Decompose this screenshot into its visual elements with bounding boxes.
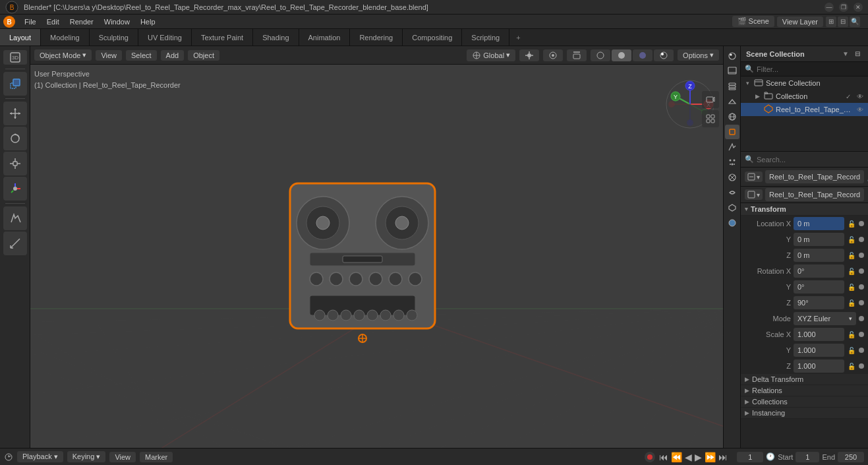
render-props-button[interactable] <box>725 49 739 63</box>
select-box-tool[interactable] <box>3 72 27 96</box>
rotation-x-value[interactable]: 0° <box>794 264 844 278</box>
solid-button[interactable] <box>612 49 631 61</box>
tab-layout[interactable]: Layout <box>0 29 41 46</box>
tab-uv-editing[interactable]: UV Editing <box>138 29 192 46</box>
rotation-z-lock-icon[interactable]: 🔓 <box>847 298 856 307</box>
scale-tool[interactable] <box>3 152 27 175</box>
playback-menu-button[interactable]: Playback ▾ <box>17 451 63 462</box>
rotate-tool[interactable] <box>3 127 27 150</box>
view-menu-button[interactable]: View <box>96 50 122 61</box>
output-props-button[interactable] <box>725 64 739 78</box>
scale-x-value[interactable]: 1.000 <box>794 328 844 341</box>
scale-z-value[interactable]: 1.000 <box>794 359 844 373</box>
tab-compositing[interactable]: Compositing <box>403 29 462 46</box>
record-button[interactable] <box>645 452 655 462</box>
scene-selector[interactable]: 🎬 Scene <box>732 16 774 27</box>
transform-tool[interactable] <box>3 177 27 201</box>
transform-header[interactable]: ▾ Transform <box>741 203 868 216</box>
scale-y-value[interactable]: 1.000 <box>794 344 844 357</box>
rotation-y-value[interactable]: 0° <box>794 280 844 294</box>
close-button[interactable]: ✕ <box>854 3 863 12</box>
tab-rendering[interactable]: Rendering <box>350 29 403 46</box>
outliner-toggle-icon[interactable]: ⊟ <box>852 49 863 59</box>
overlay-button[interactable] <box>567 49 587 61</box>
material-preview-button[interactable] <box>633 49 652 61</box>
particles-props-button[interactable] <box>725 155 739 170</box>
mode-value[interactable]: XYZ Euler ▾ <box>794 312 856 325</box>
snap-button[interactable] <box>519 49 539 61</box>
collections-header[interactable]: ▶ Collections <box>741 396 868 408</box>
start-frame-input[interactable]: 1 <box>796 452 819 462</box>
tab-modeling[interactable]: Modeling <box>41 29 90 46</box>
object-data-props-button[interactable] <box>725 201 739 215</box>
object-data-name-input[interactable] <box>765 188 864 201</box>
proportional-edit-button[interactable] <box>543 49 563 61</box>
rotation-z-value[interactable]: 90° <box>794 296 844 309</box>
menu-help[interactable]: Help <box>136 16 160 27</box>
object-mode-button[interactable]: Object Mode ▾ <box>34 49 92 61</box>
add-menu-button[interactable]: Add <box>161 50 185 61</box>
location-y-lock-icon[interactable]: 🔓 <box>847 235 856 244</box>
relations-header[interactable]: ▶ Relations <box>741 385 868 396</box>
move-tool[interactable] <box>3 102 27 125</box>
play-reverse-button[interactable]: ◀ <box>685 452 692 462</box>
tab-scripting[interactable]: Scripting <box>462 29 509 46</box>
view-menu-button-tl[interactable]: View <box>109 452 136 462</box>
collection-visibility-button[interactable]: ✓ <box>843 91 854 102</box>
step-back-button[interactable]: ⏪ <box>671 452 682 462</box>
view-layer-selector[interactable]: View Layer <box>777 16 823 27</box>
tab-shading[interactable]: Shading <box>253 29 299 46</box>
scale-y-lock-icon[interactable]: 🔓 <box>847 346 856 355</box>
modifier-props-button[interactable] <box>725 140 739 154</box>
tab-animation[interactable]: Animation <box>299 29 351 46</box>
current-frame-display[interactable]: 1 <box>737 452 763 462</box>
outliner-filter-icon[interactable]: ▼ <box>840 49 851 59</box>
scene-props-button[interactable] <box>725 94 739 109</box>
delta-transform-header[interactable]: ▶ Delta Transform <box>741 374 868 385</box>
view-layer-props-button[interactable] <box>725 79 739 94</box>
object-props-button[interactable] <box>725 125 739 139</box>
jump-end-button[interactable]: ⏭ <box>718 452 728 462</box>
layout-icon[interactable]: ⊟ <box>838 16 848 27</box>
tab-sculpting[interactable]: Sculpting <box>90 29 138 46</box>
keying-menu-button[interactable]: Keying ▾ <box>67 451 106 462</box>
maximize-button[interactable]: ❐ <box>839 3 848 12</box>
search-icon[interactable]: 🔍 <box>850 16 860 27</box>
object-eye-button[interactable]: 👁 <box>855 104 865 115</box>
menu-edit[interactable]: Edit <box>42 16 64 27</box>
obj-type-selector[interactable]: ▾ <box>745 171 763 182</box>
location-y-value[interactable]: 0 m <box>794 233 844 246</box>
rotation-y-lock-icon[interactable]: 🔓 <box>847 282 856 292</box>
location-x-value[interactable]: 0 m <box>794 217 844 230</box>
view-layer-options-icon[interactable]: ⊞ <box>826 16 836 27</box>
transform-orientation-button[interactable]: Global ▾ <box>467 49 515 61</box>
menu-file[interactable]: File <box>20 16 41 27</box>
step-forward-button[interactable]: ⏩ <box>705 452 716 462</box>
tab-texture-paint[interactable]: Texture Paint <box>192 29 253 46</box>
measure-tool[interactable] <box>3 232 27 255</box>
scale-x-lock-icon[interactable]: 🔓 <box>847 330 856 339</box>
toggle-quad-view-button[interactable] <box>702 110 719 127</box>
select-menu-button[interactable]: Select <box>126 50 157 61</box>
material-props-button[interactable] <box>725 216 739 230</box>
outliner-collection[interactable]: ▶ Collection ✓ 👁 <box>741 90 868 103</box>
object-name-input[interactable] <box>765 170 864 183</box>
jump-start-button[interactable]: ⏮ <box>659 452 668 462</box>
outliner-scene-collection[interactable]: ▾ Scene Collection <box>741 77 868 90</box>
outliner-search-input[interactable] <box>757 65 864 73</box>
location-x-lock-icon[interactable]: 🔓 <box>847 219 856 228</box>
play-button[interactable]: ▶ <box>695 452 702 462</box>
outliner-selected-object[interactable]: Reel_to_Reel_Tape_R... 👁 <box>741 103 868 116</box>
object-menu-button[interactable]: Object <box>188 50 219 61</box>
menu-render[interactable]: Render <box>65 16 98 27</box>
world-props-button[interactable] <box>725 109 739 124</box>
camera-view-button[interactable] <box>702 91 719 108</box>
obj-data-type-selector[interactable]: ▾ <box>745 189 763 200</box>
location-z-lock-icon[interactable]: 🔓 <box>847 251 856 260</box>
location-z-value[interactable]: 0 m <box>794 249 844 262</box>
instancing-header[interactable]: ▶ Instancing <box>741 408 868 419</box>
constraints-props-button[interactable] <box>725 185 739 200</box>
options-button[interactable]: Options ▾ <box>678 49 719 61</box>
marker-menu-button[interactable]: Marker <box>140 452 173 462</box>
scale-z-lock-icon[interactable]: 🔓 <box>847 361 856 371</box>
